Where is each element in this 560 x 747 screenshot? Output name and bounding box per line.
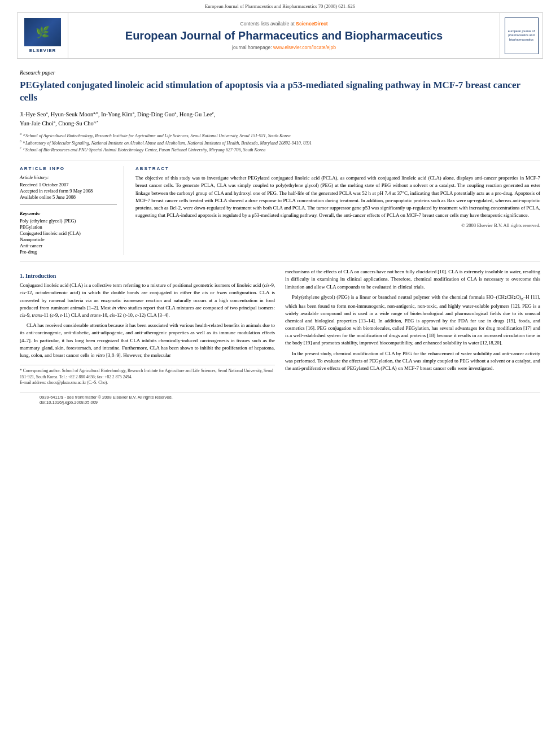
right-logo-text: european journal of pharmaceutics and bi… [507,29,536,41]
homepage-prefix: journal homepage: [232,45,273,50]
body-right-col: mechanisms of the effects of CLA on canc… [285,268,540,386]
abstract-heading: ABSTRACT [135,166,540,171]
footnote-area: * Corresponding author. School of Agricu… [20,365,275,386]
article-info-abstract-section: ARTICLE INFO Article history: Received 1… [20,160,540,261]
journal-header: ELSEVIER Contents lists available at Sci… [17,12,543,59]
article-history: Article history: Received 1 October 2007… [20,174,117,200]
keywords-label: Keywords: [20,211,117,216]
right-logo-area: european journal of pharmaceutics and bi… [500,13,542,58]
affiliation-a: a ᵃ School of Agricultural Biotechnology… [20,132,540,139]
keyword-6: Pro-drug [20,249,117,255]
affiliations: a ᵃ School of Agricultural Biotechnology… [20,132,540,154]
elsevier-logo: ELSEVIER [24,18,61,53]
sciencedirect-link[interactable]: ScienceDirect [296,21,327,27]
authors-line: Ji-Hye Seoa, Hyun-Seuk Moona,b, In-Yong … [20,110,540,128]
history-label: Article history: [20,174,117,180]
article-info-heading: ARTICLE INFO [20,166,117,171]
article-info-column: ARTICLE INFO Article history: Received 1… [20,166,124,255]
keyword-1: Poly (ethylene glycol) (PEG) [20,218,117,224]
elsevier-wordmark: ELSEVIER [24,48,61,53]
journal-top-bar: European Journal of Pharmaceutics and Bi… [0,0,560,10]
intro-number: 1. [20,273,24,279]
intro-para-2: CLA has received considerable attention … [20,322,275,359]
keywords-section: Keywords: Poly (ethylene glycol) (PEG) P… [20,211,117,255]
elsevier-logo-image [24,18,61,46]
main-content: Research paper PEGylated conjugated lino… [0,61,560,416]
homepage-url[interactable]: www.elsevier.com/locate/ejpb [273,45,336,50]
sciencedirect-prefix: Contents lists available at [240,21,296,27]
abstract-text: The objective of this study was to inves… [135,174,540,219]
copyright-line: © 2008 Elsevier B.V. All rights reserved… [135,222,540,228]
divider [20,204,117,205]
article-title: PEGylated conjugated linoleic acid stimu… [20,79,540,104]
right-para-3: In the present study, chemical modificat… [285,350,540,373]
article-type: Research paper [20,69,540,76]
intro-para-1: Conjugated linoleic acid (CLA) is a coll… [20,282,275,319]
page: European Journal of Pharmaceutics and Bi… [0,0,560,747]
author-names: Ji-Hye Seoa, Hyun-Seuk Moona,b, In-Yong … [20,111,215,126]
body-section: 1. Introduction Conjugated linoleic acid… [20,268,540,386]
abstract-column: ABSTRACT The objective of this study was… [135,166,540,255]
intro-section-title: 1. Introduction [20,273,275,279]
right-col-body-text: mechanisms of the effects of CLA on canc… [285,268,540,372]
email-note: E-mail address: chocs@plaza.snu.ac.kr (C… [20,380,108,385]
keyword-2: PEGylation [20,224,117,230]
available-online-date: Available online 5 June 2008 [20,194,117,200]
elsevier-logo-area: ELSEVIER [18,13,68,58]
corresponding-author-note: * Corresponding author. School of Agricu… [20,368,273,379]
accepted-date: Accepted in revised form 9 May 2008 [20,188,117,194]
journal-volume-info: European Journal of Pharmaceutics and Bi… [205,3,355,9]
issn-line: 0939-6411/$ - see front matter © 2008 El… [40,395,520,400]
doi-line: doi:10.1016/j.ejpb.2008.05.009 [40,400,520,405]
footnote-text: * Corresponding author. School of Agricu… [20,368,275,386]
journal-title-area: Contents lists available at ScienceDirec… [68,13,500,58]
right-logo-box: european journal of pharmaceutics and bi… [505,18,539,54]
intro-body-text: Conjugated linoleic acid (CLA) is a coll… [20,282,275,359]
right-para-1: mechanisms of the effects of CLA on canc… [285,268,540,291]
right-para-2: Poly(ethylene glycol) (PEG) is a linear … [285,294,540,347]
affiliation-c: c ᶜ School of Bio-Resources and PNU-Spec… [20,146,540,153]
keyword-3: Conjugated linoleic acid (CLA) [20,230,117,236]
affiliation-b: b ᵇ Laboratory of Molecular Signaling, N… [20,139,540,146]
page-bottom: 0939-6411/$ - see front matter © 2008 El… [20,392,540,407]
keyword-5: Anti-cancer [20,243,117,248]
intro-title: Introduction [25,273,56,279]
received-date: Received 1 October 2007 [20,182,117,187]
body-left-col: 1. Introduction Conjugated linoleic acid… [20,268,275,386]
journal-homepage: journal homepage: www.elsevier.com/locat… [232,45,336,50]
sciencedirect-line: Contents lists available at ScienceDirec… [240,21,328,27]
journal-title-main: European Journal of Pharmaceutics and Bi… [125,29,443,42]
keyword-4: Nanoparticle [20,237,117,242]
